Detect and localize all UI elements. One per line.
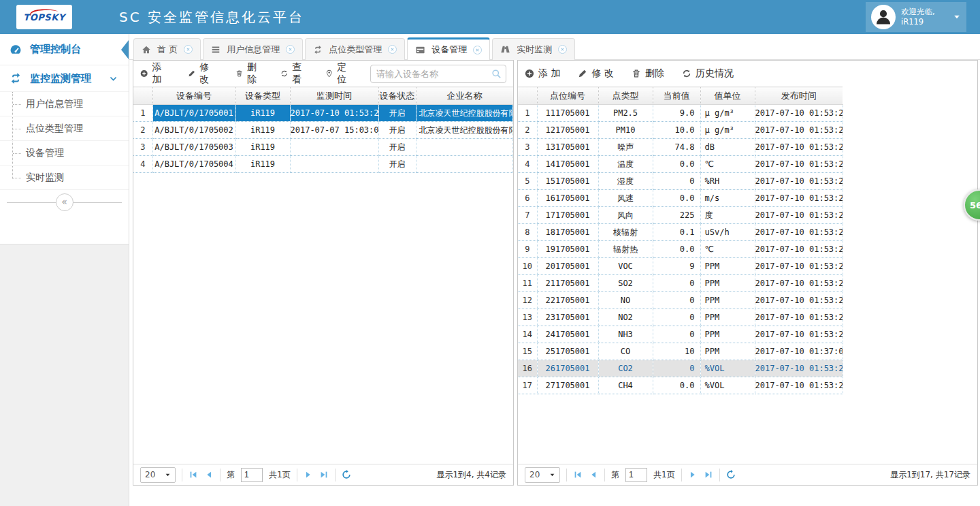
page-number-input[interactable] (241, 468, 263, 482)
delete-button[interactable]: 删除 (235, 61, 263, 86)
cell: 225 (653, 207, 700, 224)
close-icon[interactable] (286, 45, 295, 54)
table-row[interactable]: 2121705001PM1010.0μ g/m³2017-07-10 01:53… (518, 122, 843, 139)
add-button[interactable]: 添 加 (140, 61, 170, 86)
first-page-button[interactable] (573, 470, 583, 479)
cell: μ g/m³ (700, 105, 755, 122)
page-number-input[interactable] (625, 468, 647, 482)
table-row[interactable]: 11211705001SO20PPM2017-07-10 01:53:22 (518, 275, 843, 292)
table-row[interactable]: 17271705001CH40.0%VOL2017-07-10 01:53:21 (518, 377, 843, 394)
page-prefix-label: 第 (227, 469, 235, 481)
cell: %VOL (700, 360, 755, 377)
edit-button[interactable]: 修 改 (188, 61, 218, 86)
sidebar-item-realtime[interactable]: 实时监测 (0, 165, 129, 190)
table-row[interactable]: 14241705001NH30PPM2017-07-10 01:53:21 (518, 326, 843, 343)
user-menu[interactable]: 欢迎光临, iR119 (866, 2, 966, 32)
prev-page-button[interactable] (204, 470, 214, 479)
next-page-button[interactable] (304, 470, 313, 479)
sidebar-collapse[interactable]: « (0, 193, 129, 213)
table-row[interactable]: 16261705001CO20%VOL2017-07-10 01:53:22 (518, 360, 843, 377)
last-page-button[interactable] (319, 470, 329, 479)
col-value-unit[interactable]: 值单位 (700, 87, 755, 105)
sidebar-item-monitoring[interactable]: 监控监测管理 (0, 65, 129, 91)
table-row[interactable]: 3131705001噪声74.8dB2017-07-10 01:53:22 (518, 139, 843, 156)
table-row[interactable]: 7171705001风向225度2017-07-10 01:53:21 (518, 207, 843, 224)
search-input[interactable] (370, 65, 506, 83)
cell: ℃ (700, 241, 755, 258)
pencil-icon (578, 69, 587, 78)
table-row[interactable]: 5151705001湿度0%RH2017-07-10 01:53:22 (518, 173, 843, 190)
cell: 191705001 (537, 241, 598, 258)
table-row[interactable]: 10201705001VOC9PPM2017-07-10 01:53:22 (518, 258, 843, 275)
search-icon[interactable] (491, 69, 502, 79)
col-current-value[interactable]: 当前值 (653, 87, 700, 105)
last-page-button[interactable] (704, 470, 713, 479)
table-row[interactable]: 15251705001CO10PPM2017-07-10 01:37:01 (518, 343, 843, 360)
cell: CO2 (598, 360, 653, 377)
cell: 2017-07-10 01:53:21 (755, 326, 843, 343)
col-publish-time[interactable]: 发布时间 (755, 87, 843, 105)
delete-button[interactable]: 删除 (632, 67, 664, 80)
table-row[interactable]: 1111705001PM2.59.0μ g/m³2017-07-10 01:53… (518, 105, 843, 122)
plus-icon (140, 69, 148, 78)
table-row[interactable]: 2A/BJLT/0/1705002iR1192017-07-07 15:03:0… (133, 122, 513, 139)
close-icon[interactable] (184, 45, 193, 54)
reload-button[interactable] (726, 470, 736, 480)
next-page-button[interactable] (688, 470, 698, 479)
tab-point-type[interactable]: 点位类型管理 (305, 38, 405, 60)
tab-home[interactable]: 首 页 (133, 38, 201, 60)
sidebar-empty-area (0, 244, 129, 506)
page-prefix-label: 第 (611, 469, 619, 481)
locate-button[interactable]: 定位 (325, 61, 353, 86)
edit-button[interactable]: 修 改 (578, 67, 613, 80)
table-row[interactable]: 1A/BJLT/0/1705001iR1192017-07-10 01:53:2… (133, 105, 513, 122)
sidebar-item-user-info[interactable]: 用户信息管理 (0, 92, 129, 116)
tab-device-management[interactable]: 设备管理 (407, 37, 490, 60)
table-row[interactable]: 12221705001NO0PPM2017-07-10 01:53:21 (518, 292, 843, 309)
badge-value: 56 (970, 200, 980, 210)
table-row[interactable]: 6161705001风速0.0m/s2017-07-10 01:53:21 (518, 190, 843, 207)
table-row[interactable]: 8181705001核辐射0.1uSv/h2017-07-10 01:53:21 (518, 224, 843, 241)
page-total-label: 共1页 (269, 469, 291, 481)
cell: 核辐射 (598, 224, 653, 241)
add-button[interactable]: 添 加 (525, 67, 560, 80)
pin-icon (325, 69, 333, 78)
sidebar-item-point-type[interactable]: 点位类型管理 (0, 116, 129, 141)
view-button[interactable]: 查看 (280, 61, 308, 86)
col-device-type[interactable]: 设备类型 (235, 87, 290, 105)
table-row[interactable]: 4141705001温度0.0℃2017-07-10 01:53:22 (518, 156, 843, 173)
sidebar-item-device[interactable]: 设备管理 (0, 141, 129, 165)
chevron-down-icon (109, 74, 118, 83)
first-page-button[interactable] (189, 470, 198, 479)
col-point-id[interactable]: 点位编号 (537, 87, 598, 105)
cell: 0.0 (653, 190, 700, 207)
table-row[interactable]: 3A/BJLT/0/1705003iR119开启 (133, 139, 513, 156)
page-title: SC 安全监管信息化云平台 (119, 0, 304, 34)
table-row[interactable]: 4A/BJLT/0/1705004iR119开启 (133, 156, 513, 173)
col-device-id[interactable]: 设备编号 (152, 87, 235, 105)
table-row[interactable]: 9191705001辐射热0.0℃2017-07-10 01:53:21 (518, 241, 843, 258)
close-icon[interactable] (473, 46, 482, 54)
tab-realtime-monitor[interactable]: 实时监测 (492, 38, 575, 60)
page-size-select[interactable]: 20 (525, 467, 560, 483)
col-point-type[interactable]: 点类型 (598, 87, 653, 105)
collapse-icon[interactable]: « (56, 193, 74, 211)
reload-button[interactable] (342, 470, 351, 480)
close-icon[interactable] (558, 45, 567, 54)
col-device-status[interactable]: 设备状态 (378, 87, 416, 105)
device-search (370, 65, 506, 83)
view-label: 查看 (292, 61, 308, 86)
col-monitor-time[interactable]: 监测时间 (290, 87, 378, 105)
history-button[interactable]: 历史情况 (682, 67, 734, 80)
sidebar-item-dashboard[interactable]: 管理控制台 (0, 34, 129, 65)
page-size-select[interactable]: 20 (140, 467, 176, 483)
binoculars-icon (500, 44, 510, 54)
prev-page-button[interactable] (589, 470, 598, 479)
close-icon[interactable] (388, 45, 397, 54)
logo-swoosh-icon (20, 8, 68, 18)
cell: 北京凌天世纪控股股份有限公司 (416, 105, 513, 122)
col-enterprise[interactable]: 企业名称 (416, 87, 513, 105)
caret-down-icon[interactable] (953, 13, 961, 21)
table-row[interactable]: 13231705001NO20PPM2017-07-10 01:53:22 (518, 309, 843, 326)
tab-user-info[interactable]: 用户信息管理 (203, 38, 303, 60)
